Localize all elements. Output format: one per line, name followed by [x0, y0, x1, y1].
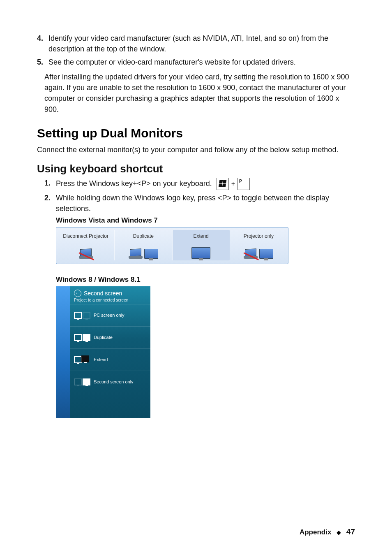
second-screen-only-icon [74, 378, 90, 385]
option-label: Duplicate [94, 335, 113, 340]
heading-setting-up-dual-monitors: Setting up Dual Monitors [37, 126, 355, 140]
win8-option-duplicate[interactable]: Duplicate [70, 326, 150, 348]
option-label: Extend [94, 357, 108, 362]
windows-key-icon [217, 178, 229, 190]
option-label: Disconnect Projector [58, 233, 113, 239]
extend-icon [74, 356, 90, 363]
vista-option-extend[interactable]: Extend [173, 230, 230, 260]
extend-icon [173, 242, 229, 259]
step-number: 4. [37, 33, 48, 54]
page-number: 47 [346, 527, 355, 536]
kb-step-1: 1. Press the Windows key+<P> on your key… [37, 178, 355, 190]
numbered-steps-continuation: 4. Identify your video card manufacturer… [37, 33, 355, 67]
option-label: Duplicate [115, 233, 171, 239]
step-4: 4. Identify your video card manufacturer… [37, 33, 355, 54]
pc-screen-only-icon [74, 312, 90, 319]
win8-title: Second screen [84, 290, 122, 297]
duplicate-icon [74, 334, 90, 341]
step-text: See the computer or video-card manufactu… [48, 57, 296, 67]
step-number: 1. [44, 178, 56, 190]
option-label: Extend [173, 233, 229, 239]
vista-option-duplicate[interactable]: Duplicate [115, 230, 172, 260]
win8-header: ← Second screen Project to a connected s… [70, 286, 150, 304]
step-number: 5. [37, 57, 48, 67]
step-5: 5. See the computer or video-card manufa… [37, 57, 355, 67]
diamond-icon: ◆ [337, 529, 341, 536]
page-footer: Appendix ◆ 47 [300, 527, 355, 536]
p-key-icon: P [238, 178, 250, 190]
win8-option-extend[interactable]: Extend [70, 348, 150, 371]
vista-projection-panel: Disconnect Projector Duplicate Extend Pr… [56, 227, 288, 264]
duplicate-icon [115, 242, 171, 259]
option-label: PC screen only [94, 313, 125, 318]
subheading-windows-vista-7: Windows Vista and Windows 7 [56, 216, 355, 225]
win8-subtitle: Project to a connected screen [74, 298, 146, 302]
option-label: Second screen only [94, 379, 134, 384]
vista-option-projector-only[interactable]: Projector only [230, 230, 287, 260]
key-combo-win-p: + P [217, 178, 250, 190]
subheading-windows-8: Windows 8 / Windows 8.1 [56, 276, 355, 284]
projector-only-icon [231, 242, 286, 259]
disconnect-projector-icon [58, 242, 113, 259]
win8-projection-panel: ← Second screen Project to a connected s… [56, 286, 150, 418]
keyboard-shortcut-steps: 1. Press the Windows key+<P> on your key… [37, 178, 355, 214]
win8-option-second-screen-only[interactable]: Second screen only [70, 371, 150, 393]
dual-monitors-intro: Connect the external monitor(s) to your … [37, 144, 355, 155]
kb-step-2: 2. While holding down the Windows logo k… [37, 193, 355, 214]
heading-using-keyboard-shortcut: Using keyboard shortcut [37, 162, 355, 175]
footer-section-label: Appendix [300, 528, 331, 536]
step-text: Press the Windows key+<P> on your keyboa… [56, 178, 250, 190]
step-text: Identify your video card manufacturer (s… [48, 33, 355, 54]
back-arrow-icon[interactable]: ← [74, 290, 81, 297]
option-label: Projector only [231, 233, 286, 239]
step-text: While holding down the Windows logo key,… [56, 193, 355, 214]
win8-side-stripe [56, 286, 70, 418]
win8-option-pc-screen-only[interactable]: PC screen only [70, 304, 150, 326]
paragraph-after-steps: After installing the updated drivers for… [44, 72, 355, 114]
plus-icon: + [231, 179, 235, 188]
step-number: 2. [44, 193, 56, 214]
vista-option-disconnect-projector[interactable]: Disconnect Projector [57, 230, 115, 260]
